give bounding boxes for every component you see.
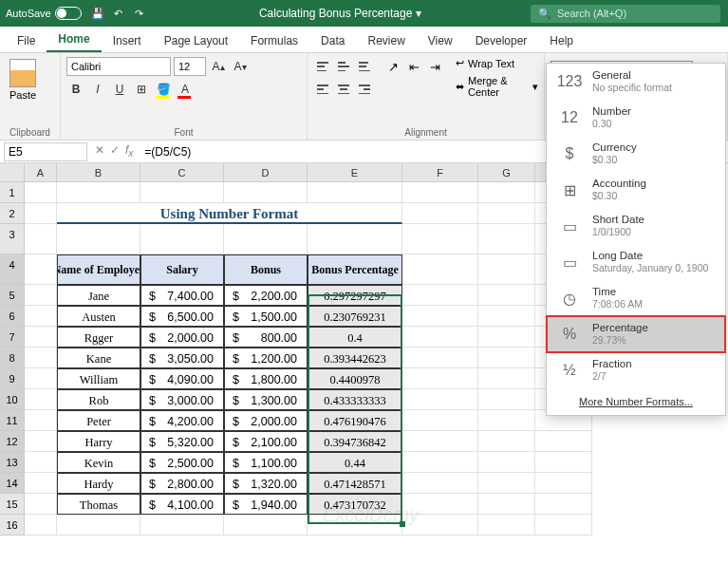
cell-F15[interactable] <box>402 494 478 515</box>
increase-indent-button[interactable]: ⇥ <box>425 57 444 76</box>
cell-D7[interactable]: $800.00 <box>224 327 308 348</box>
col-header-a[interactable]: A <box>25 163 57 182</box>
cell-E11[interactable]: 0.476190476 <box>308 410 402 431</box>
cell-E16[interactable] <box>308 515 402 536</box>
cell-E9[interactable]: 0.4400978 <box>308 368 402 389</box>
wrap-text-button[interactable]: ↩Wrap Text <box>456 57 538 69</box>
cell-H12[interactable] <box>535 431 592 452</box>
cell-B6[interactable]: Austen <box>57 306 140 327</box>
cell-D9[interactable]: $1,800.00 <box>224 368 308 389</box>
italic-button[interactable]: I <box>88 80 107 99</box>
cell-G9[interactable] <box>478 368 535 389</box>
cell-A6[interactable] <box>25 306 57 327</box>
border-button[interactable]: ⊞ <box>132 80 151 99</box>
cell-A5[interactable] <box>25 285 57 306</box>
cell-E3[interactable] <box>308 224 402 254</box>
cell-F2[interactable] <box>402 203 478 224</box>
decrease-font-icon[interactable]: A▾ <box>231 57 250 76</box>
cell-E5[interactable]: 0.297297297 <box>308 285 402 306</box>
align-bottom-button[interactable] <box>355 57 374 76</box>
cell-C9[interactable]: $4,090.00 <box>140 368 224 389</box>
cell-G15[interactable] <box>478 494 535 515</box>
autosave-toggle[interactable]: AutoSave <box>0 7 87 20</box>
align-right-button[interactable] <box>355 80 374 99</box>
cell-B11[interactable]: Peter <box>57 410 140 431</box>
cell-E14[interactable]: 0.471428571 <box>308 473 402 494</box>
row-header-1[interactable]: 1 <box>0 182 25 203</box>
cell-A10[interactable] <box>25 389 57 410</box>
cell-B4[interactable]: Name of Employee <box>57 254 140 285</box>
row-header-14[interactable]: 14 <box>0 473 25 494</box>
cell-E15[interactable]: 0.473170732 <box>308 494 402 515</box>
cell-G10[interactable] <box>478 389 535 410</box>
tab-review[interactable]: Review <box>356 29 416 52</box>
cell-E13[interactable]: 0.44 <box>308 452 402 473</box>
format-option-general[interactable]: 123GeneralNo specific format <box>547 64 725 100</box>
cell-B10[interactable]: Rob <box>57 389 140 410</box>
document-title[interactable]: Calculating Bonus Percentage ▾ <box>150 7 531 20</box>
cell-B9[interactable]: William <box>57 368 140 389</box>
row-header-3[interactable]: 3 <box>0 224 25 254</box>
cell-A14[interactable] <box>25 473 57 494</box>
format-option-long-date[interactable]: ▭Long DateSaturday, January 0, 1900 <box>547 244 725 280</box>
cell-G6[interactable] <box>478 306 535 327</box>
cell-D13[interactable]: $1,100.00 <box>224 452 308 473</box>
cell-F6[interactable] <box>402 306 478 327</box>
cell-H13[interactable] <box>535 452 592 473</box>
cell-F5[interactable] <box>402 285 478 306</box>
cell-C10[interactable]: $3,000.00 <box>140 389 224 410</box>
decrease-indent-button[interactable]: ⇤ <box>404 57 423 76</box>
cell-C5[interactable]: $7,400.00 <box>140 285 224 306</box>
cell-F11[interactable] <box>402 410 478 431</box>
format-option-time[interactable]: ◷Time7:08:06 AM <box>547 280 725 316</box>
format-option-number[interactable]: 12Number0.30 <box>547 100 725 136</box>
cell-B7[interactable]: Rgger <box>57 327 140 348</box>
cell-A4[interactable] <box>25 254 57 285</box>
cell-F9[interactable] <box>402 368 478 389</box>
row-header-7[interactable]: 7 <box>0 327 25 348</box>
cell-F7[interactable] <box>402 327 478 348</box>
fx-icon[interactable]: fx <box>125 143 133 159</box>
col-header-b[interactable]: B <box>57 163 140 182</box>
cell-F8[interactable] <box>402 348 478 368</box>
cell-B2[interactable]: Using Number Format <box>57 203 402 224</box>
cell-C7[interactable]: $2,000.00 <box>140 327 224 348</box>
search-input[interactable]: 🔍 Search (Alt+Q) <box>531 5 720 23</box>
cell-D15[interactable]: $1,940.00 <box>224 494 308 515</box>
undo-icon[interactable]: ↶ <box>108 3 129 24</box>
row-header-9[interactable]: 9 <box>0 368 25 389</box>
fill-color-button[interactable]: 🪣 <box>154 80 173 99</box>
cell-D11[interactable]: $2,000.00 <box>224 410 308 431</box>
col-header-e[interactable]: E <box>308 163 402 182</box>
cell-D3[interactable] <box>224 224 308 254</box>
row-header-6[interactable]: 6 <box>0 306 25 327</box>
row-header-4[interactable]: 4 <box>0 254 25 285</box>
col-header-f[interactable]: F <box>402 163 478 182</box>
cell-C12[interactable]: $5,320.00 <box>140 431 224 452</box>
font-name-combo[interactable]: Calibri <box>66 57 171 76</box>
cell-F4[interactable] <box>402 254 478 285</box>
row-header-5[interactable]: 5 <box>0 285 25 306</box>
cell-A12[interactable] <box>25 431 57 452</box>
cell-D16[interactable] <box>224 515 308 536</box>
cell-F3[interactable] <box>402 224 478 254</box>
tab-data[interactable]: Data <box>309 29 356 52</box>
cell-E6[interactable]: 0.230769231 <box>308 306 402 327</box>
cell-G13[interactable] <box>478 452 535 473</box>
cell-A16[interactable] <box>25 515 57 536</box>
cell-C3[interactable] <box>140 224 224 254</box>
cell-D4[interactable]: Bonus <box>224 254 308 285</box>
cell-D1[interactable] <box>224 182 308 203</box>
cancel-formula-icon[interactable]: ✕ <box>95 143 104 159</box>
cell-C1[interactable] <box>140 182 224 203</box>
cell-B5[interactable]: Jane <box>57 285 140 306</box>
cell-F13[interactable] <box>402 452 478 473</box>
cell-B14[interactable]: Hardy <box>57 473 140 494</box>
save-icon[interactable]: 💾 <box>87 3 108 24</box>
cell-D8[interactable]: $1,200.00 <box>224 348 308 368</box>
align-middle-button[interactable] <box>334 57 353 76</box>
paste-button[interactable]: Paste <box>6 57 40 103</box>
col-header-g[interactable]: G <box>478 163 535 182</box>
cell-B8[interactable]: Kane <box>57 348 140 368</box>
cell-B3[interactable] <box>57 224 140 254</box>
